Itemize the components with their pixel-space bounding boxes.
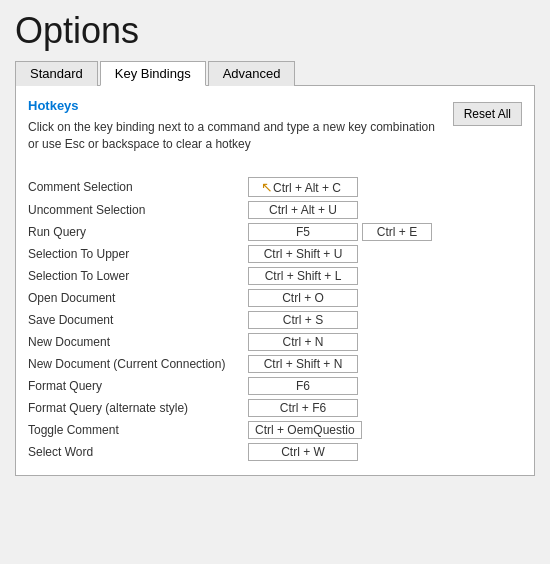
key-binding-primary[interactable]: Ctrl + N <box>248 333 358 351</box>
table-row: Format Query (alternate style)Ctrl + F6 <box>28 397 522 419</box>
table-row: Selection To LowerCtrl + Shift + L <box>28 265 522 287</box>
command-label: Open Document <box>28 291 248 305</box>
tab-key-bindings[interactable]: Key Bindings <box>100 61 206 86</box>
command-label: New Document (Current Connection) <box>28 357 248 371</box>
key-binding-primary[interactable]: Ctrl + O <box>248 289 358 307</box>
key-binding-primary[interactable]: Ctrl + Shift + U <box>248 245 358 263</box>
table-row: New Document (Current Connection)Ctrl + … <box>28 353 522 375</box>
section-desc-block: Hotkeys Click on the key binding next to… <box>28 98 443 165</box>
table-row: Selection To UpperCtrl + Shift + U <box>28 243 522 265</box>
reset-all-button[interactable]: Reset All <box>453 102 522 126</box>
command-label: Selection To Lower <box>28 269 248 283</box>
page-title: Options <box>15 10 535 52</box>
bindings-list: Comment Selection↖Ctrl + Alt + CUncommen… <box>28 175 522 463</box>
command-label: Run Query <box>28 225 248 239</box>
key-binding-primary[interactable]: F6 <box>248 377 358 395</box>
content-panel: Hotkeys Click on the key binding next to… <box>15 86 535 476</box>
command-label: Format Query <box>28 379 248 393</box>
table-row: Comment Selection↖Ctrl + Alt + C <box>28 175 522 199</box>
tab-standard[interactable]: Standard <box>15 61 98 86</box>
table-row: Uncomment SelectionCtrl + Alt + U <box>28 199 522 221</box>
table-row: Save DocumentCtrl + S <box>28 309 522 331</box>
command-label: New Document <box>28 335 248 349</box>
command-label: Format Query (alternate style) <box>28 401 248 415</box>
table-row: Open DocumentCtrl + O <box>28 287 522 309</box>
table-row: Format QueryF6 <box>28 375 522 397</box>
section-description: Click on the key binding next to a comma… <box>28 119 443 153</box>
key-binding-primary[interactable]: F5 <box>248 223 358 241</box>
table-row: Toggle CommentCtrl + OemQuestio <box>28 419 522 441</box>
cursor-icon: ↖ <box>261 179 273 195</box>
table-row: New DocumentCtrl + N <box>28 331 522 353</box>
section-title: Hotkeys <box>28 98 443 113</box>
tab-bar: Standard Key Bindings Advanced <box>15 60 535 86</box>
key-binding-primary[interactable]: Ctrl + Shift + L <box>248 267 358 285</box>
key-binding-primary[interactable]: ↖Ctrl + Alt + C <box>248 177 358 197</box>
command-label: Toggle Comment <box>28 423 248 437</box>
key-binding-primary[interactable]: Ctrl + Shift + N <box>248 355 358 373</box>
key-binding-primary[interactable]: Ctrl + W <box>248 443 358 461</box>
options-window: Options Standard Key Bindings Advanced H… <box>0 0 550 564</box>
tab-advanced[interactable]: Advanced <box>208 61 296 86</box>
key-binding-primary[interactable]: Ctrl + F6 <box>248 399 358 417</box>
command-label: Comment Selection <box>28 180 248 194</box>
command-label: Selection To Upper <box>28 247 248 261</box>
key-binding-secondary[interactable]: Ctrl + E <box>362 223 432 241</box>
key-binding-primary[interactable]: Ctrl + OemQuestio <box>248 421 362 439</box>
command-label: Uncomment Selection <box>28 203 248 217</box>
key-binding-primary[interactable]: Ctrl + Alt + U <box>248 201 358 219</box>
command-label: Save Document <box>28 313 248 327</box>
section-header: Hotkeys Click on the key binding next to… <box>28 98 522 165</box>
table-row: Run QueryF5Ctrl + E <box>28 221 522 243</box>
command-label: Select Word <box>28 445 248 459</box>
table-row: Select WordCtrl + W <box>28 441 522 463</box>
key-binding-primary[interactable]: Ctrl + S <box>248 311 358 329</box>
